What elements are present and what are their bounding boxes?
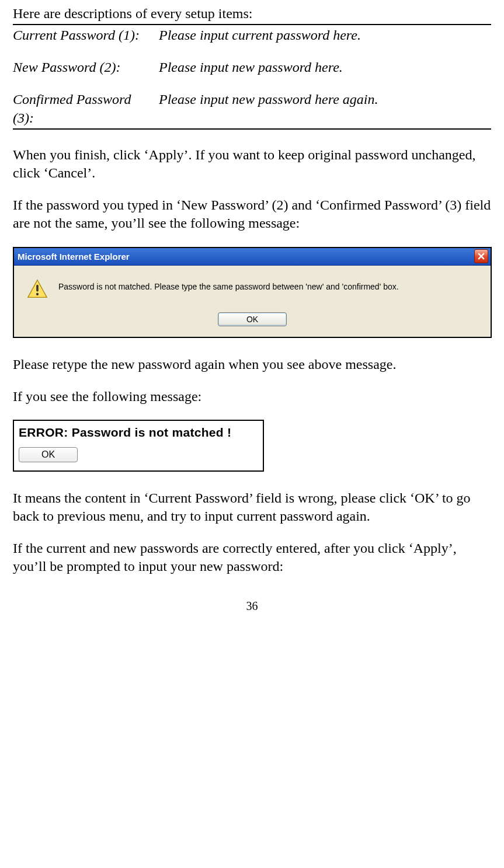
row3-label: Confirmed Password (3): bbox=[13, 90, 159, 128]
setup-items-table: Current Password (1): Please input curre… bbox=[13, 24, 491, 130]
row3-desc: Please input new password here again. bbox=[159, 90, 491, 128]
page-number: 36 bbox=[13, 599, 491, 613]
paragraph-5: It means the content in ‘Current Passwor… bbox=[13, 489, 491, 525]
ok-button[interactable]: OK bbox=[19, 447, 78, 462]
warning-icon bbox=[27, 278, 48, 299]
error-message: ERROR: Password is not matched ! bbox=[19, 426, 258, 440]
intro-text: Here are descriptions of every setup ite… bbox=[13, 6, 491, 22]
row2-label: New Password (2): bbox=[13, 58, 159, 76]
paragraph-1: When you finish, click ‘Apply’. If you w… bbox=[13, 146, 491, 182]
row1-desc: Please input current password here. bbox=[159, 25, 491, 44]
row2-desc: Please input new password here. bbox=[159, 58, 491, 76]
row1-label: Current Password (1): bbox=[13, 25, 159, 44]
paragraph-3: Please retype the new password again whe… bbox=[13, 355, 491, 374]
error-dialog: ERROR: Password is not matched ! OK bbox=[13, 420, 264, 472]
paragraph-4: If you see the following message: bbox=[13, 388, 491, 406]
dialog-message: Password is not matched. Please type the… bbox=[58, 278, 399, 292]
paragraph-6: If the current and new passwords are cor… bbox=[13, 539, 491, 576]
svg-rect-0 bbox=[36, 284, 39, 291]
ie-alert-dialog: Microsoft Internet Explorer Password is … bbox=[13, 247, 492, 338]
dialog-title: Microsoft Internet Explorer bbox=[18, 252, 130, 262]
paragraph-2: If the password you typed in ‘New Passwo… bbox=[13, 196, 491, 232]
dialog-titlebar: Microsoft Internet Explorer bbox=[14, 248, 491, 266]
ok-button[interactable]: OK bbox=[218, 312, 287, 326]
close-icon[interactable] bbox=[474, 249, 488, 263]
svg-point-1 bbox=[36, 292, 39, 295]
